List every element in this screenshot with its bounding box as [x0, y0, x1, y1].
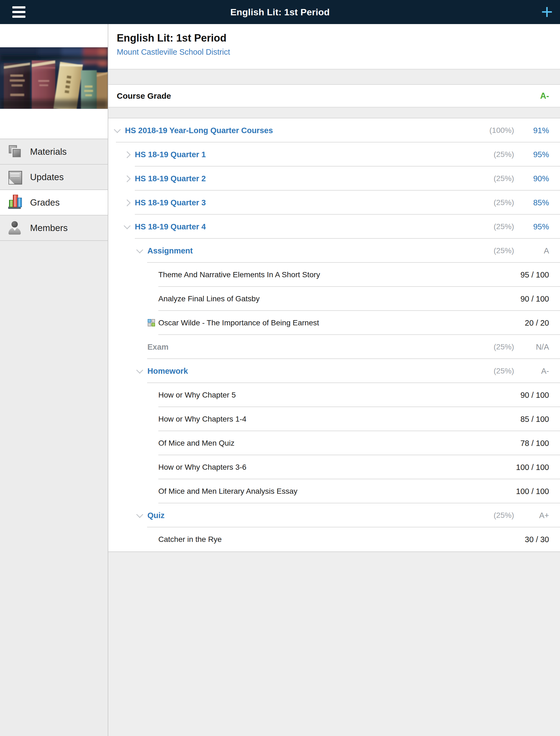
grades-icon: [7, 195, 22, 210]
row-grade: 100 / 100: [514, 463, 549, 472]
course-grade-row: Course Grade A-: [108, 85, 560, 107]
section-spacer: [108, 107, 560, 118]
row-label: HS 18-19 Quarter 3: [135, 198, 482, 207]
row-grade: 91%: [514, 126, 549, 135]
grade-row-quiz[interactable]: Quiz(25%)A+: [108, 503, 560, 527]
sidebar-item-members[interactable]: Members: [0, 215, 108, 241]
row-grade: 95%: [514, 150, 549, 159]
row-weight: (25%): [482, 367, 514, 375]
row-weight: (25%): [482, 511, 514, 520]
plus-icon[interactable]: +: [541, 2, 553, 22]
row-label: Catcher in the Rye: [158, 535, 482, 544]
topbar-title: English Lit: 1st Period: [0, 7, 560, 17]
course-title: English Lit: 1st Period: [117, 32, 226, 44]
top-bar: English Lit: 1st Period +: [0, 0, 560, 24]
row-grade: 78 / 100: [514, 439, 549, 448]
row-label: Quiz: [147, 511, 482, 520]
sidebar-item-materials[interactable]: Materials: [0, 139, 108, 164]
sidebar-menu: MaterialsUpdatesGradesMembers: [0, 139, 108, 241]
row-weight: (25%): [482, 343, 514, 351]
grade-row-assignment[interactable]: Assignment(25%)A: [108, 239, 560, 263]
quiz-grid-icon: [148, 319, 155, 326]
course-grade-value: A-: [540, 91, 549, 101]
row-label: Analyze Final Lines of Gatsby: [158, 294, 482, 303]
grade-row-homework[interactable]: Homework(25%)A-: [108, 359, 560, 383]
course-district-link[interactable]: Mount Castleville School District: [117, 48, 230, 57]
row-label: HS 18-19 Quarter 1: [135, 150, 482, 159]
sidebar: MaterialsUpdatesGradesMembers: [0, 24, 108, 736]
members-icon: [7, 221, 22, 235]
row-weight: (25%): [482, 246, 514, 255]
grade-row-theme-and-narrative-elements-in-a-short-story[interactable]: Theme And Narrative Elements In A Short …: [108, 263, 560, 287]
chevron-right-icon: [124, 175, 130, 182]
grade-row-analyze-final-lines-of-gatsby[interactable]: Analyze Final Lines of Gatsby90 / 100: [108, 287, 560, 311]
chevron-down-icon: [136, 246, 143, 253]
row-label: Assignment: [147, 246, 482, 255]
row-label: Homework: [147, 367, 482, 376]
materials-icon-front: [13, 149, 21, 157]
grade-row-oscar-wilde-the-importance-of-being-earnest[interactable]: Oscar Wilde - The Importance of Being Ea…: [108, 311, 560, 335]
row-grade: A+: [514, 511, 549, 520]
row-label: Exam: [147, 343, 482, 352]
row-grade: 30 / 30: [514, 535, 549, 544]
grade-row-hs-2018-19-year-long-quarter-courses[interactable]: HS 2018-19 Year-Long Quarter Courses(100…: [108, 118, 560, 142]
row-grade: A-: [514, 367, 549, 376]
main-content: English Lit: 1st Period Mount Castlevill…: [108, 24, 560, 736]
row-grade: A: [514, 246, 549, 255]
chevron-down-icon: [136, 367, 143, 373]
row-label: How or Why Chapters 1-4: [158, 415, 482, 424]
row-grade: N/A: [514, 343, 549, 352]
row-grade: 95 / 100: [514, 270, 549, 279]
row-label: How or Why Chapters 3-6: [158, 463, 482, 472]
sidebar-item-label: Grades: [30, 197, 60, 208]
row-grade: 90 / 100: [514, 391, 549, 400]
grade-row-hs-18-19-quarter-2[interactable]: HS 18-19 Quarter 2(25%)90%: [108, 167, 560, 191]
course-grade-label: Course Grade: [117, 91, 171, 101]
row-weight: (25%): [482, 174, 514, 183]
grade-row-how-or-why-chapters-3-6[interactable]: How or Why Chapters 3-6100 / 100: [108, 455, 560, 479]
row-weight: (100%): [482, 126, 514, 135]
gradebook-rows: HS 2018-19 Year-Long Quarter Courses(100…: [108, 118, 560, 552]
sidebar-item-updates[interactable]: Updates: [0, 164, 108, 189]
grade-row-exam[interactable]: Exam(25%)N/A: [108, 335, 560, 359]
sidebar-background: [0, 238, 108, 736]
row-label: HS 2018-19 Year-Long Quarter Courses: [125, 126, 482, 135]
chevron-right-icon: [124, 151, 130, 158]
updates-icon-page: [8, 171, 22, 185]
grade-row-hs-18-19-quarter-4[interactable]: HS 18-19 Quarter 4(25%)95%: [108, 215, 560, 239]
row-grade: 100 / 100: [514, 487, 549, 496]
row-label: Of Mice and Men Literary Analysis Essay: [158, 487, 482, 496]
chevron-right-icon: [124, 199, 130, 206]
row-label: How or Why Chapter 5: [158, 391, 482, 399]
row-grade: 20 / 20: [514, 319, 549, 328]
row-label: Of Mice and Men Quiz: [158, 439, 482, 448]
grade-row-of-mice-and-men-quiz[interactable]: Of Mice and Men Quiz78 / 100: [108, 431, 560, 455]
grade-row-of-mice-and-men-literary-analysis-essay[interactable]: Of Mice and Men Literary Analysis Essay1…: [108, 479, 560, 503]
chevron-down-icon: [124, 222, 130, 229]
chevron-down-icon: [136, 511, 143, 518]
grade-row-hs-18-19-quarter-1[interactable]: HS 18-19 Quarter 1(25%)95%: [108, 142, 560, 167]
course-photo-books: [0, 47, 108, 109]
materials-icon: [7, 144, 22, 159]
sidebar-item-label: Updates: [30, 172, 64, 182]
row-grade: 90 / 100: [514, 294, 549, 303]
row-weight: (25%): [482, 198, 514, 207]
chevron-down-icon: [114, 126, 121, 133]
sidebar-item-grades[interactable]: Grades: [0, 189, 108, 215]
app-root: English Lit: 1st Period +: [0, 0, 560, 736]
row-label: Theme And Narrative Elements In A Short …: [158, 270, 482, 279]
grade-row-how-or-why-chapters-1-4[interactable]: How or Why Chapters 1-485 / 100: [108, 407, 560, 431]
row-label: Oscar Wilde - The Importance of Being Ea…: [158, 319, 482, 327]
row-grade: 90%: [514, 174, 549, 183]
grade-row-how-or-why-chapter-5[interactable]: How or Why Chapter 590 / 100: [108, 383, 560, 407]
row-grade: 95%: [514, 222, 549, 231]
books-photo-illustration: [0, 47, 108, 109]
grade-row-hs-18-19-quarter-3[interactable]: HS 18-19 Quarter 3(25%)85%: [108, 191, 560, 215]
updates-icon: [7, 170, 22, 184]
sidebar-item-label: Members: [30, 223, 68, 233]
grade-row-catcher-in-the-rye[interactable]: Catcher in the Rye30 / 30: [108, 527, 560, 551]
row-grade: 85%: [514, 198, 549, 207]
section-spacer: [108, 69, 560, 85]
row-grade: 85 / 100: [514, 415, 549, 424]
row-label: HS 18-19 Quarter 2: [135, 174, 482, 183]
